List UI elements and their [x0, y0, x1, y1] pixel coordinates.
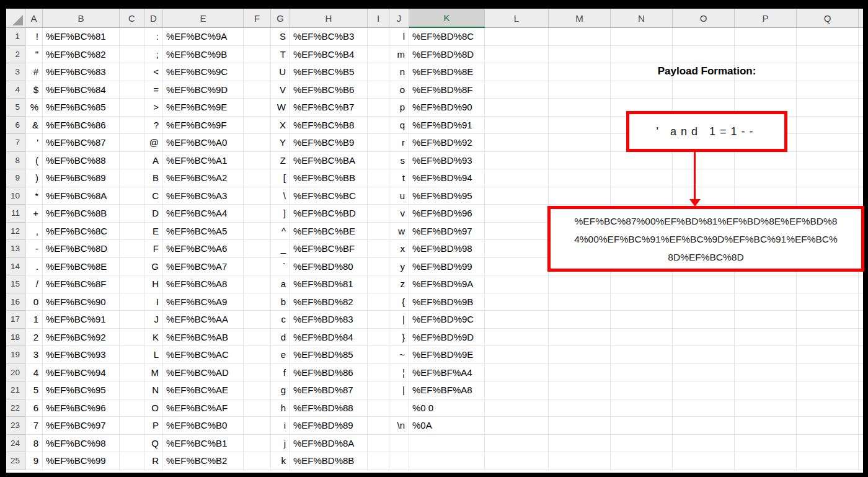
empty-cell[interactable] — [368, 364, 389, 382]
cell[interactable]: v — [389, 205, 409, 223]
empty-cell[interactable] — [120, 329, 144, 347]
empty-cell[interactable] — [735, 311, 797, 329]
cell[interactable]: %EF%BC%A1 — [163, 152, 244, 170]
row-header[interactable]: 25 — [6, 452, 25, 470]
empty-cell[interactable] — [244, 364, 271, 382]
empty-cell[interactable] — [549, 452, 611, 470]
cell[interactable]: : — [144, 28, 163, 46]
empty-cell[interactable] — [368, 275, 389, 293]
cell[interactable]: W — [271, 99, 290, 117]
empty-cell[interactable] — [120, 46, 144, 64]
empty-cell[interactable] — [368, 311, 389, 329]
column-header-l[interactable]: L — [485, 9, 549, 28]
cell[interactable]: %EF%BD%8B — [290, 452, 368, 470]
cell[interactable]: %EF%BC%B4 — [290, 46, 368, 64]
cell[interactable]: D — [144, 205, 163, 223]
cell[interactable]: %EF%BC%8D — [43, 240, 120, 258]
empty-cell[interactable] — [797, 152, 859, 170]
empty-cell[interactable] — [859, 187, 863, 205]
cell[interactable]: %EF%BD%8D — [409, 46, 485, 64]
empty-cell[interactable] — [120, 134, 144, 152]
empty-cell[interactable] — [485, 134, 549, 152]
cell[interactable]: %EF%BC%9E — [163, 99, 244, 117]
empty-cell[interactable] — [797, 187, 859, 205]
empty-cell[interactable] — [549, 169, 611, 187]
cell[interactable]: %EF%BC%B6 — [290, 81, 368, 99]
empty-cell[interactable] — [549, 417, 611, 435]
empty-cell[interactable] — [120, 99, 144, 117]
cell[interactable]: y — [389, 258, 409, 276]
empty-cell[interactable] — [859, 275, 863, 293]
empty-cell[interactable] — [673, 28, 735, 46]
cell[interactable]: %EF%BC%82 — [43, 46, 120, 64]
cell[interactable]: %EF%BD%9D — [409, 329, 485, 347]
empty-cell[interactable] — [120, 311, 144, 329]
empty-cell[interactable] — [485, 169, 549, 187]
cell[interactable]: r — [389, 134, 409, 152]
cell[interactable]: a — [271, 275, 290, 293]
empty-cell[interactable] — [797, 381, 859, 399]
empty-cell[interactable] — [611, 187, 673, 205]
empty-cell[interactable] — [368, 81, 389, 99]
cell[interactable]: A — [144, 152, 163, 170]
empty-cell[interactable] — [485, 28, 549, 46]
cell[interactable]: C — [144, 187, 163, 205]
cell[interactable]: %EF%BC%A8 — [163, 275, 244, 293]
cell[interactable]: %EF%BC%AD — [163, 364, 244, 382]
cell[interactable]: 5 — [25, 381, 43, 399]
empty-cell[interactable] — [120, 187, 144, 205]
cell[interactable]: %EF%BC%8E — [43, 258, 120, 276]
empty-cell[interactable] — [673, 346, 735, 364]
empty-cell[interactable] — [244, 46, 271, 64]
row-header[interactable]: 24 — [6, 435, 25, 453]
empty-cell[interactable] — [797, 99, 859, 117]
empty-cell[interactable] — [244, 399, 271, 417]
cell[interactable]: %EF%BD%95 — [409, 187, 485, 205]
cell[interactable]: %EF%BD%96 — [409, 205, 485, 223]
empty-cell[interactable] — [485, 223, 549, 241]
row-header[interactable]: 7 — [6, 134, 25, 152]
cell[interactable]: Y — [271, 134, 290, 152]
row-header[interactable]: 14 — [6, 258, 25, 276]
row-header[interactable]: 10 — [6, 187, 25, 205]
empty-cell[interactable] — [859, 81, 863, 99]
cell[interactable]: %EF%BD%9C — [409, 311, 485, 329]
cell[interactable]: %EF%BC%B7 — [290, 99, 368, 117]
cell[interactable]: %EF%BC%9B — [163, 46, 244, 64]
cell[interactable]: %EF%BC%BC — [290, 187, 368, 205]
cell[interactable]: ] — [271, 205, 290, 223]
empty-cell[interactable] — [120, 117, 144, 135]
cell[interactable]: %EF%BD%92 — [409, 134, 485, 152]
cell[interactable]: - — [25, 240, 43, 258]
empty-cell[interactable] — [611, 293, 673, 311]
cell[interactable]: %EF%BC%B8 — [290, 117, 368, 135]
empty-cell[interactable] — [611, 381, 673, 399]
cell[interactable]: 3 — [25, 346, 43, 364]
empty-cell[interactable] — [859, 452, 863, 470]
cell[interactable]: 6 — [25, 399, 43, 417]
empty-cell[interactable] — [797, 435, 859, 453]
row-header[interactable]: 8 — [6, 152, 25, 170]
empty-cell[interactable] — [485, 63, 549, 81]
empty-cell[interactable] — [549, 399, 611, 417]
row-header[interactable]: 6 — [6, 117, 25, 135]
empty-cell[interactable] — [244, 346, 271, 364]
row-header[interactable]: 1 — [6, 28, 25, 46]
empty-cell[interactable] — [611, 169, 673, 187]
cell[interactable]: < — [144, 63, 163, 81]
column-header-c[interactable]: C — [120, 9, 144, 28]
empty-cell[interactable] — [120, 293, 144, 311]
cell[interactable]: %EF%BC%92 — [43, 329, 120, 347]
cell[interactable]: 2 — [25, 329, 43, 347]
empty-cell[interactable] — [485, 346, 549, 364]
cell[interactable]: ' — [25, 134, 43, 152]
cell[interactable]: " — [25, 46, 43, 64]
empty-cell[interactable] — [549, 99, 611, 117]
empty-cell[interactable] — [611, 399, 673, 417]
row-header[interactable]: 16 — [6, 293, 25, 311]
empty-cell[interactable] — [673, 311, 735, 329]
cell[interactable]: %EF%BC%89 — [43, 169, 120, 187]
cell[interactable]: g — [271, 381, 290, 399]
cell[interactable]: R — [144, 452, 163, 470]
cell[interactable]: %EF%BD%93 — [409, 152, 485, 170]
